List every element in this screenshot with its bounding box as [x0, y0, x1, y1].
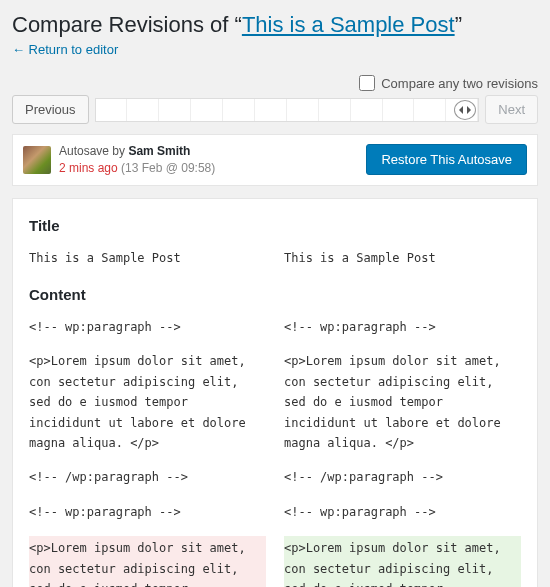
- slider-tick: [319, 99, 351, 121]
- code-line: <!-- wp:paragraph -->: [284, 317, 521, 337]
- slider-tick: [287, 99, 319, 121]
- code-line: <!-- wp:paragraph -->: [29, 502, 266, 522]
- code-line: <!-- /wp:paragraph -->: [284, 467, 521, 487]
- revision-meta: Autosave by Sam Smith 2 mins ago (13 Feb…: [12, 134, 538, 186]
- code-line: <!-- /wp:paragraph -->: [29, 467, 266, 487]
- code-line: <p>Lorem ipsum dolor sit amet, con secte…: [29, 351, 266, 453]
- title-value-right: This is a Sample Post: [284, 248, 521, 268]
- revision-slider-row: Previous Next: [12, 95, 538, 124]
- slider-tick: [383, 99, 415, 121]
- previous-button[interactable]: Previous: [12, 95, 89, 124]
- page-title: Compare Revisions of “This is a Sample P…: [12, 12, 538, 38]
- diff-right-title: This is a Sample Post: [284, 248, 521, 282]
- diff-left-content: <!-- wp:paragraph --> <p>Lorem ipsum dol…: [29, 317, 266, 587]
- post-title-link[interactable]: This is a Sample Post: [242, 12, 455, 37]
- diff-right-content: <!-- wp:paragraph --> <p>Lorem ipsum dol…: [284, 317, 521, 587]
- time-ago: 2 mins ago: [59, 161, 118, 175]
- slider-tick: [191, 99, 223, 121]
- code-line: <p>Lorem ipsum dolor sit amet, con secte…: [284, 351, 521, 453]
- revision-date: (13 Feb @ 09:58): [118, 161, 216, 175]
- compare-any-row: Compare any two revisions: [12, 75, 538, 91]
- restore-autosave-button[interactable]: Restore This Autosave: [366, 144, 527, 175]
- title-prefix: Compare Revisions of “: [12, 12, 242, 37]
- slider-tick: [351, 99, 383, 121]
- deleted-block: <p>Lorem ipsum dolor sit amet, con secte…: [29, 536, 266, 587]
- next-button: Next: [485, 95, 538, 124]
- return-to-editor-link[interactable]: ← Return to editor: [12, 42, 118, 57]
- title-suffix: ”: [455, 12, 462, 37]
- revision-slider[interactable]: [95, 98, 480, 122]
- diff-content-heading: Content: [29, 286, 521, 303]
- inserted-block: <p>Lorem ipsum dolor sit amet, con secte…: [284, 536, 521, 587]
- diff-title-heading: Title: [29, 217, 521, 234]
- slider-tick: [414, 99, 446, 121]
- autosave-by-label: Autosave by: [59, 144, 128, 158]
- compare-any-label: Compare any two revisions: [381, 76, 538, 91]
- slider-tick: [127, 99, 159, 121]
- slider-tick: [159, 99, 191, 121]
- revision-meta-text: Autosave by Sam Smith 2 mins ago (13 Feb…: [59, 143, 358, 177]
- diff-left-title: This is a Sample Post: [29, 248, 266, 282]
- slider-tick: [255, 99, 287, 121]
- code-line: <!-- wp:paragraph -->: [29, 317, 266, 337]
- avatar: [23, 146, 51, 174]
- slider-tick: [223, 99, 255, 121]
- slider-tick: [96, 99, 128, 121]
- diff-panel: Title This is a Sample Post This is a Sa…: [12, 198, 538, 587]
- code-line: <!-- wp:paragraph -->: [284, 502, 521, 522]
- code-line: <p>Lorem ipsum dolor sit amet, con secte…: [29, 541, 246, 587]
- title-value-left: This is a Sample Post: [29, 248, 266, 268]
- author-name: Sam Smith: [128, 144, 190, 158]
- slider-handle[interactable]: [454, 100, 476, 120]
- compare-any-checkbox[interactable]: [359, 75, 375, 91]
